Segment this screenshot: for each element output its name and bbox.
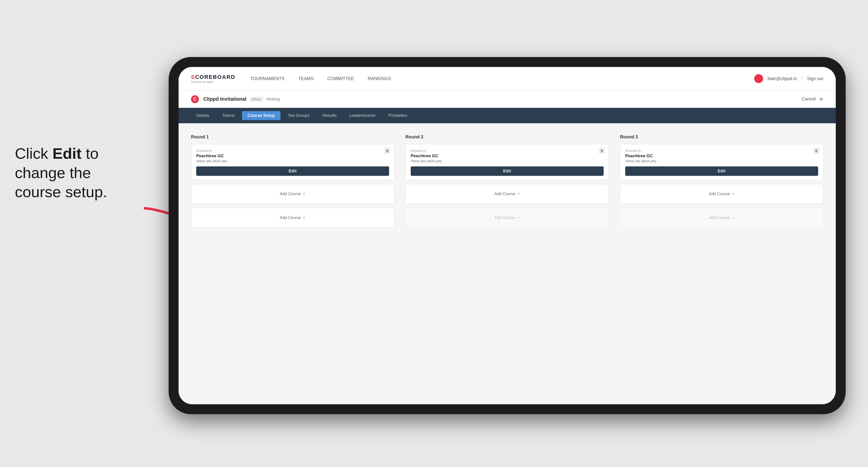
delete-course-r3[interactable]: 🗑: [813, 147, 819, 154]
course-card-r1-c1: (Course A) Peachtree GC Yellow (M) (6629…: [191, 144, 394, 180]
top-nav: SCOREBOARD Powered by clippd TOURNAMENTS…: [179, 67, 836, 91]
delete-course-r2[interactable]: 🗑: [599, 147, 605, 154]
round-1-title: Round 1: [191, 134, 394, 139]
course-name-r3: Peachtree GC: [625, 154, 818, 158]
instruction-bold: Edit: [53, 145, 82, 162]
plus-icon-r3-1: +: [732, 191, 735, 197]
plus-icon-r1-2: +: [303, 215, 306, 220]
main-content: Round 1 (Course A) Peachtree GC Yellow (…: [179, 123, 836, 404]
nav-committee[interactable]: COMMITTEE: [328, 76, 354, 81]
add-course-r3-1[interactable]: Add Course +: [620, 184, 824, 204]
round-2-column: Round 2 (Course A) Peachtree GC Yellow (…: [405, 134, 609, 231]
breadcrumb-gender: (Men): [249, 97, 264, 102]
instruction-text: Click Edit to change the course setup.: [15, 144, 134, 201]
nav-links: TOURNAMENTS TEAMS COMMITTEE RANKINGS: [250, 76, 754, 81]
sign-out-button[interactable]: Sign out: [807, 76, 824, 81]
add-course-r2-1[interactable]: Add Course +: [405, 184, 609, 204]
breadcrumb-logo: C: [191, 95, 199, 103]
add-course-r2-1-label: Add Course: [494, 192, 515, 196]
course-tee-r2: Yellow (M) (6629 yds): [411, 159, 603, 163]
nav-right: blair@clippd.io | Sign out: [754, 74, 824, 83]
logo-area: SCOREBOARD Powered by clippd: [191, 74, 235, 83]
edit-course-r3[interactable]: Edit: [625, 166, 818, 176]
add-course-r3-1-label: Add Course: [709, 192, 730, 196]
tab-results[interactable]: Results: [317, 111, 342, 120]
nav-rankings[interactable]: RANKINGS: [368, 76, 391, 81]
nav-divider: |: [801, 76, 803, 81]
course-card-r3-c1: (Course A) Peachtree GC Yellow (M) (6629…: [620, 144, 824, 180]
course-label-r1: (Course A): [196, 149, 389, 153]
logo-title: SCOREBOARD: [191, 74, 235, 80]
breadcrumb-hosting: Hosting: [266, 97, 280, 101]
tab-course-setup[interactable]: Course Setup: [242, 111, 280, 120]
sub-header-right: Cancel ✕: [802, 96, 824, 102]
instruction-area: Click Edit to change the course setup.: [15, 144, 134, 201]
user-avatar: [754, 74, 763, 83]
user-email: blair@clippd.io: [768, 76, 797, 81]
course-tee-r3: Yellow (M) (6629 yds): [625, 159, 818, 163]
add-course-r2-2-label: Add Course: [494, 216, 515, 220]
round-3-title: Round 3: [620, 134, 824, 139]
add-course-r2-2: Add Course +: [405, 208, 609, 228]
cancel-button[interactable]: Cancel: [802, 96, 816, 102]
round-2-title: Round 2: [405, 134, 609, 139]
logo-subtitle: Powered by clippd: [191, 80, 235, 83]
add-course-r1-1-label: Add Course: [280, 192, 301, 196]
add-course-r1-1[interactable]: Add Course +: [191, 184, 394, 204]
add-course-r1-2[interactable]: Add Course +: [191, 208, 394, 228]
tablet-frame: SCOREBOARD Powered by clippd TOURNAMENTS…: [168, 57, 846, 414]
course-label-r3: (Course A): [625, 149, 818, 153]
tab-printables[interactable]: Printables: [383, 111, 413, 120]
add-course-r3-2: Add Course +: [620, 208, 824, 228]
edit-course-r1[interactable]: Edit: [196, 166, 389, 176]
course-card-r2-c1: (Course A) Peachtree GC Yellow (M) (6629…: [405, 144, 609, 180]
round-1-column: Round 1 (Course A) Peachtree GC Yellow (…: [191, 134, 394, 231]
course-tee-r1: Yellow (M) (6629 yds): [196, 159, 389, 163]
tab-teams[interactable]: Teams: [217, 111, 240, 120]
add-course-r3-2-label: Add Course: [709, 216, 730, 220]
tab-bar: Details Teams Course Setup Tee Groups Re…: [179, 108, 836, 123]
rounds-grid: Round 1 (Course A) Peachtree GC Yellow (…: [191, 134, 824, 231]
plus-icon-r3-2: +: [732, 215, 735, 220]
nav-teams[interactable]: TEAMS: [298, 76, 314, 81]
course-name-r2: Peachtree GC: [411, 154, 603, 158]
close-icon[interactable]: ✕: [819, 96, 824, 102]
delete-course-r1[interactable]: 🗑: [384, 147, 391, 154]
edit-course-r2[interactable]: Edit: [411, 166, 603, 176]
nav-tournaments[interactable]: TOURNAMENTS: [250, 76, 285, 81]
tab-tee-groups[interactable]: Tee Groups: [282, 111, 315, 120]
tab-details[interactable]: Details: [191, 111, 215, 120]
round-3-column: Round 3 (Course A) Peachtree GC Yellow (…: [620, 134, 824, 231]
tab-leaderboards[interactable]: Leaderboards: [344, 111, 381, 120]
breadcrumb-tournament: Clippd Invitational: [204, 96, 246, 102]
tablet-screen: SCOREBOARD Powered by clippd TOURNAMENTS…: [179, 67, 836, 404]
sub-header: C Clippd Invitational (Men) Hosting Canc…: [179, 91, 836, 108]
course-label-r2: (Course A): [411, 149, 603, 153]
course-name-r1: Peachtree GC: [196, 154, 389, 158]
add-course-r1-2-label: Add Course: [280, 216, 301, 220]
logo-c: S: [191, 74, 195, 80]
plus-icon-r2-2: +: [517, 215, 520, 220]
plus-icon-r1-1: +: [303, 191, 306, 197]
plus-icon-r2-1: +: [517, 191, 520, 197]
